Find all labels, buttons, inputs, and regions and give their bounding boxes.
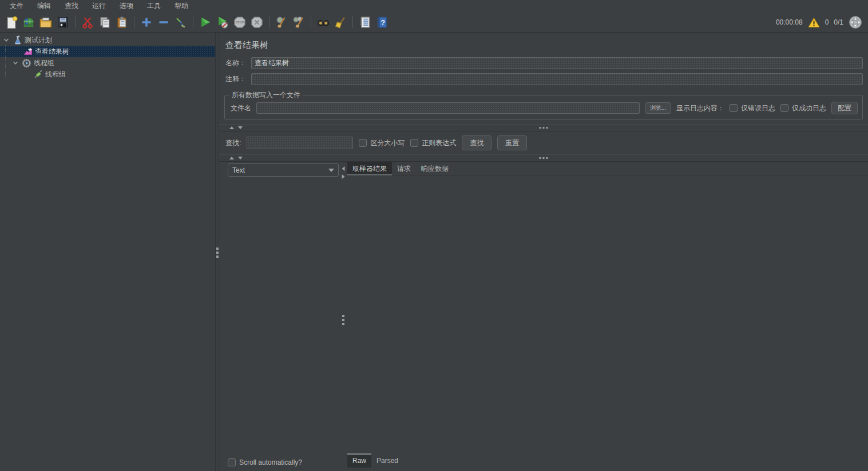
splitter-collapse-down-icon[interactable] [238,157,243,159]
toolbar-separator [193,17,193,28]
new-file-icon [5,16,18,29]
browse-button[interactable]: 浏览... [645,102,671,114]
expand-all-button[interactable] [138,14,154,30]
success-only-checkbox-group[interactable]: 仅成功日志 [780,103,826,113]
splitter-collapse-up-icon[interactable] [229,126,234,129]
templates-button[interactable] [21,14,37,30]
toggle-button[interactable] [173,14,189,30]
name-input[interactable] [251,57,863,69]
log-display-label: 显示日志内容： [676,103,724,113]
search-button-toolbar[interactable] [315,14,331,30]
shutdown-button[interactable] [249,14,265,30]
new-file-button[interactable] [3,14,19,30]
lower-horizontal-splitter[interactable] [219,154,868,162]
tree-node-thread-group[interactable]: 线程组 [0,57,215,69]
search-label: 查找: [225,138,241,148]
tab-sampler-result[interactable]: 取样器结果 [347,162,392,175]
scroll-automatically-checkbox-group[interactable]: Scroll automatically? [228,458,339,466]
splitter-grip[interactable] [540,127,548,129]
shutdown-icon [251,16,263,29]
svg-text:?: ? [381,19,386,27]
toolbar-status: 00:00:08 0 0/1 [776,15,862,29]
clear-search-icon [334,16,347,29]
search-input[interactable] [247,137,353,149]
comment-label: 注释： [225,74,246,84]
function-helper-button[interactable] [357,14,373,30]
chevron-down-icon[interactable] [2,36,10,44]
menu-tools[interactable]: 工具 [140,0,168,13]
stop-button[interactable]: STOP [232,14,248,30]
splitter-collapse-left-icon[interactable] [342,166,345,171]
name-row: 名称： [219,55,868,71]
toolbar-separator [352,17,353,28]
log-errors-warning-icon[interactable] [808,17,820,28]
regex-checkbox[interactable] [410,139,418,147]
stop-icon: STOP [233,16,246,29]
name-label: 名称： [225,58,246,68]
tree-main-splitter[interactable] [215,33,219,471]
errors-only-checkbox[interactable] [730,104,738,112]
splitter-collapse-down-icon[interactable] [238,126,243,129]
result-content[interactable] [347,176,868,453]
success-only-label: 仅成功日志 [792,103,826,113]
splitter-grip[interactable] [216,248,219,258]
result-tabs: 取样器结果 请求 响应数据 [347,162,868,176]
find-button[interactable]: 查找 [462,135,492,150]
cut-icon [81,16,94,29]
splitter-collapse-up-icon[interactable] [229,157,234,159]
comment-input[interactable] [251,73,863,85]
help-button[interactable]: ? [374,14,390,30]
clear-icon [275,16,288,29]
toggle-icon [175,16,187,29]
success-only-checkbox[interactable] [780,104,788,112]
tree-node-test-plan[interactable]: 测试计划 [0,34,215,46]
paste-button[interactable] [114,14,130,30]
tab-parsed[interactable]: Parsed [371,453,403,468]
start-button[interactable] [197,14,213,30]
filename-label: 文件名 [231,103,251,113]
filename-input[interactable] [256,102,640,114]
search-icon [317,16,330,29]
splitter-grip[interactable] [342,315,344,325]
clear-button[interactable] [274,14,290,30]
results-left-panel: Text Scroll automatically? [219,162,339,471]
upper-horizontal-splitter[interactable] [219,124,868,131]
renderer-dropdown[interactable]: Text [228,163,339,177]
tab-response-data[interactable]: 响应数据 [416,162,454,175]
menu-edit[interactable]: 编辑 [30,0,58,13]
chevron-down-icon[interactable] [11,59,19,67]
chevron-down-icon [328,169,334,172]
menu-file[interactable]: 文件 [3,0,30,13]
start-no-pauses-button[interactable] [215,14,231,30]
splitter-grip[interactable] [540,157,548,159]
results-tree-list[interactable] [228,177,339,458]
open-folder-button[interactable] [38,14,54,30]
tree-node-view-results-tree[interactable]: 查看结果树 [0,46,215,57]
results-vertical-splitter[interactable] [339,162,347,471]
menu-help[interactable]: 帮助 [168,0,195,13]
save-button[interactable] [55,14,71,30]
tree-node-sampler[interactable]: 线程组 [0,69,215,80]
tree-node-label: 线程组 [34,58,54,68]
errors-only-checkbox-group[interactable]: 仅错误日志 [730,103,775,113]
clear-search-button[interactable] [332,14,348,30]
menu-run[interactable]: 运行 [85,0,113,13]
reset-button[interactable]: 重置 [497,135,527,150]
menu-options[interactable]: 选项 [113,0,140,13]
tree-node-label: 线程组 [45,70,66,79]
tab-raw[interactable]: Raw [347,453,371,468]
menu-search[interactable]: 查找 [58,0,85,13]
collapse-all-button[interactable] [156,14,172,30]
case-sensitive-checkbox-group[interactable]: 区分大小写 [359,138,405,148]
configure-button[interactable]: 配置 [831,102,858,114]
clear-all-button[interactable] [291,14,307,30]
case-sensitive-checkbox[interactable] [359,139,367,147]
scroll-automatically-checkbox[interactable] [228,458,236,466]
regex-checkbox-group[interactable]: 正则表达式 [410,138,456,148]
case-sensitive-label: 区分大小写 [370,138,405,148]
copy-button[interactable] [97,14,113,30]
cut-button[interactable] [80,14,96,30]
splitter-collapse-right-icon[interactable] [342,174,345,179]
tab-request[interactable]: 请求 [392,162,416,175]
thread-group-icon [22,58,31,68]
